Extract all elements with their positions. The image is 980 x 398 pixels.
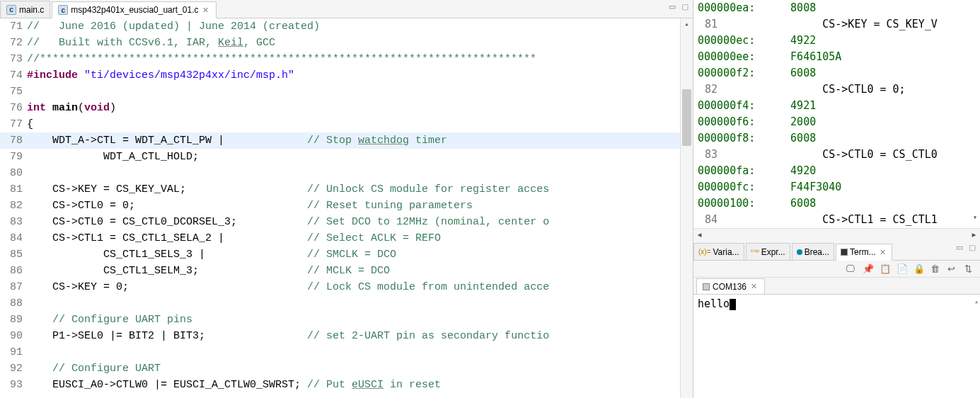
code-line[interactable]: 75 (0, 84, 693, 100)
pin-icon[interactable]: 📌 (863, 263, 874, 275)
disasm-line[interactable]: 000000fc: F44F3040 (693, 179, 980, 195)
code-line[interactable]: 89 // Configure UART pins (0, 312, 693, 328)
scroll-thumb[interactable] (682, 89, 691, 146)
disasm-line[interactable]: 000000f6: 2000 (693, 114, 980, 130)
tab-expressions[interactable]: ᵉˣᵖ Expr... (746, 243, 790, 260)
code-content: CS->KEY = CS_KEY_VAL; // Unlock CS modul… (27, 181, 693, 198)
line-number: 87 (0, 279, 27, 295)
code-line[interactable]: 71// June 2016 (updated) | June 2014 (cr… (0, 18, 693, 35)
terminal-tab-com136[interactable]: COM136 ✕ (696, 278, 765, 294)
tab-main-c[interactable]: c main.c (0, 1, 50, 18)
disasm-line[interactable]: 000000ec: 4922 (693, 33, 980, 49)
maximize-icon[interactable]: ▢ (681, 2, 688, 11)
variables-icon: (x)= (698, 248, 711, 256)
close-icon[interactable]: ✕ (749, 282, 759, 291)
disasm-line[interactable]: 83 CS->CTL0 = CS_CTL0 (693, 147, 980, 163)
line-number: 88 (0, 295, 27, 312)
disasm-address: 000000f4: (693, 98, 771, 114)
disasm-srcline: 84 (693, 212, 771, 228)
paste-icon[interactable]: 📄 (897, 263, 908, 275)
disasm-opcode: F646105A (771, 49, 980, 65)
disasm-line[interactable]: 000000ea: 8008 (693, 0, 980, 16)
disasm-address: 000000ee: (693, 49, 771, 65)
code-line[interactable]: 90 P1->SEL0 |= BIT2 | BIT3; // set 2-UAR… (0, 328, 693, 344)
line-number: 79 (0, 149, 27, 165)
code-line[interactable]: 88 (0, 295, 693, 312)
disasm-line[interactable]: 000000f4: 4921 (693, 98, 980, 114)
disasm-address: 000000f2: (693, 65, 771, 81)
tab-variables[interactable]: (x)= Varia... (693, 243, 744, 260)
code-line[interactable]: 91 (0, 344, 693, 360)
scroll-up-icon[interactable]: ▴ (974, 297, 979, 305)
line-number: 92 (0, 360, 27, 377)
line-number: 85 (0, 246, 27, 263)
code-line[interactable]: 92 // Configure UART (0, 360, 693, 377)
code-line[interactable]: 84 CS->CTL1 = CS_CTL1_SELA_2 | // Select… (0, 230, 693, 246)
code-line[interactable]: 72// Built with CCSv6.1, IAR, Keil, GCC (0, 35, 693, 51)
code-line[interactable]: 80 (0, 165, 693, 181)
code-line[interactable]: 93 EUSCI_A0->CTLW0 |= EUSCI_A_CTLW0_SWRS… (0, 377, 693, 393)
minimize-icon[interactable]: ▭ (669, 2, 676, 11)
line-number: 71 (0, 18, 27, 35)
code-line[interactable]: 78 WDT_A->CTL = WDT_A_CTL_PW | // Stop w… (0, 132, 693, 149)
monitor-icon[interactable]: 🖵 (846, 263, 857, 275)
code-line[interactable]: 74#include "ti/devices/msp432p4xx/inc/ms… (0, 67, 693, 84)
code-content: CS->CTL1 = CS_CTL1_SELA_2 | // Select AC… (27, 230, 693, 246)
copy-icon[interactable]: 📋 (880, 263, 891, 275)
close-icon[interactable]: ✕ (878, 248, 887, 257)
disasm-opcode: 4920 (771, 163, 980, 179)
code-content (27, 165, 693, 181)
disassembly-view[interactable]: 000000ea: 800881 CS->KEY = CS_KEY_V00000… (693, 0, 980, 241)
code-line[interactable]: 76int main(void) (0, 100, 693, 116)
vertical-scrollbar[interactable]: ▴ (680, 18, 693, 398)
line-number: 76 (0, 100, 27, 116)
pane-controls: ▭ ▢ (669, 2, 688, 11)
disasm-address: 000000ea: (693, 0, 771, 16)
code-content: CS->CTL0 = CS_CTL0_DCORSEL_3; // Set DCO… (27, 214, 693, 230)
c-file-icon: c (58, 5, 68, 15)
disasm-line[interactable]: 000000f2: 6008 (693, 65, 980, 81)
maximize-icon[interactable]: ▢ (969, 243, 976, 252)
disasm-line[interactable]: 00000100: 6008 (693, 195, 980, 212)
breakpoints-icon (797, 249, 802, 255)
wrap-icon[interactable]: ↩ (947, 263, 959, 275)
close-icon[interactable]: ✕ (201, 6, 210, 15)
tab-breakpoints[interactable]: Brea... (792, 243, 834, 260)
code-content: CS_CTL1_SELM_3; // MCLK = DCO (27, 263, 693, 279)
disasm-line[interactable]: 82 CS->CTL0 = 0; (693, 81, 980, 98)
scroll-down-icon[interactable]: ▾ (973, 209, 977, 225)
disasm-opcode: 4921 (771, 98, 980, 114)
scroll-up-icon[interactable]: ▴ (681, 18, 693, 31)
code-line[interactable]: 86 CS_CTL1_SELM_3; // MCLK = DCO (0, 263, 693, 279)
toggle-icon[interactable]: ⇅ (964, 263, 976, 275)
disasm-address: 00000100: (693, 195, 771, 212)
code-line[interactable]: 77{ (0, 116, 693, 132)
disasm-line[interactable]: 81 CS->KEY = CS_KEY_V (693, 16, 980, 33)
code-line[interactable]: 73//************************************… (0, 51, 693, 67)
disasm-line[interactable]: 000000f8: 6008 (693, 130, 980, 147)
line-number: 75 (0, 84, 27, 100)
scroll-right-icon[interactable]: ▸ (971, 227, 977, 241)
disasm-line[interactable]: 000000fa: 4920 (693, 163, 980, 179)
code-line[interactable]: 85 CS_CTL1_SELS_3 | // SMCLK = DCO (0, 246, 693, 263)
horizontal-scrollbar[interactable]: ◂ ▸ (693, 228, 980, 241)
clear-icon[interactable]: 🗑 (930, 263, 942, 275)
code-line[interactable]: 83 CS->CTL0 = CS_CTL0_DCORSEL_3; // Set … (0, 214, 693, 230)
tab-terminal[interactable]: Term... ✕ (836, 244, 892, 261)
minimize-icon[interactable]: ▭ (956, 243, 963, 252)
line-number: 78 (0, 132, 27, 149)
disasm-line[interactable]: 84 CS->CTL1 = CS_CTL1 (693, 212, 980, 228)
code-line[interactable]: 81 CS->KEY = CS_KEY_VAL; // Unlock CS mo… (0, 181, 693, 198)
tab-uart-c[interactable]: c msp432p401x_euscia0_uart_01.c ✕ (52, 1, 217, 18)
terminal-output[interactable]: hello ▴ (693, 295, 980, 398)
code-line[interactable]: 82 CS->CTL0 = 0; // Reset tuning paramet… (0, 198, 693, 214)
scroll-left-icon[interactable]: ◂ (696, 227, 703, 241)
code-editor[interactable]: 71// June 2016 (updated) | June 2014 (cr… (0, 18, 693, 398)
code-line[interactable]: 87 CS->KEY = 0; // Lock CS module from u… (0, 279, 693, 295)
code-content: // Built with CCSv6.1, IAR, Keil, GCC (27, 35, 693, 51)
tab-label: Expr... (761, 247, 785, 257)
lock-icon[interactable]: 🔒 (913, 263, 925, 275)
disasm-opcode: 8008 (771, 0, 980, 16)
disasm-line[interactable]: 000000ee: F646105A (693, 49, 980, 65)
code-line[interactable]: 79 WDT_A_CTL_HOLD; (0, 149, 693, 165)
